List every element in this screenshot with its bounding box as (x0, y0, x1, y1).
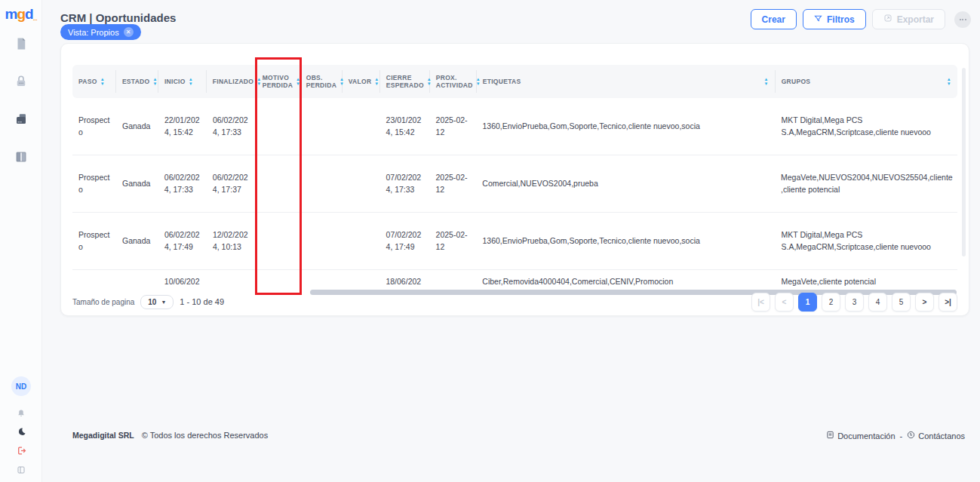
cell-paso: Prospecto (72, 115, 116, 139)
sort-icon[interactable]: ▲▼ (100, 77, 105, 86)
cell-etiquetas: 1360,EnvioPrueba,Gom,Soporte,Tecnico,cli… (476, 121, 775, 133)
sort-icon[interactable]: ▲▼ (152, 77, 157, 86)
collapse-sidebar-button[interactable] (14, 464, 28, 477)
page-footer: Megadigital SRL © Todos los derechos Res… (42, 431, 980, 441)
view-filter-chip[interactable]: Vista: Propios ✕ (60, 24, 141, 40)
file-icon (14, 37, 28, 54)
table-header-row: PASO ▲▼ ESTADO ▲▼ INICIO ▲▼ FINALIZADO ▲… (72, 65, 957, 98)
table-row[interactable]: Prospecto Ganada 06/02/2024, 17:33 06/02… (72, 155, 957, 213)
page-button-3[interactable]: 3 (845, 293, 864, 312)
sidebar-bottom: ND (0, 376, 42, 477)
cell-inicio: 06/02/2024, 17:33 (158, 172, 207, 196)
sidebar-item-library[interactable] (12, 149, 30, 167)
copyright-text: © Todos los derechos Reservados (142, 431, 269, 441)
cell-prox-actividad: 2025-02-12 (430, 115, 477, 139)
page-title: CRM | Oportunidades (60, 11, 176, 24)
sort-icon[interactable]: ▲▼ (763, 77, 768, 86)
sidebar-item-documents[interactable] (12, 36, 30, 54)
document-icon (826, 431, 834, 441)
cell-inicio: 06/02/2024, 17:49 (158, 229, 207, 253)
sidebar-nav (0, 36, 42, 167)
bell-icon (17, 407, 26, 421)
contact-icon (907, 431, 915, 441)
cell-cierre-esperado: 23/01/2024, 15:42 (380, 115, 430, 139)
column-header-grupos[interactable]: GRUPOS ▲▼ (776, 70, 957, 93)
column-header-paso[interactable]: PASO ▲▼ (72, 70, 116, 93)
dark-mode-toggle[interactable] (14, 426, 28, 440)
table-row[interactable]: Prospecto Ganada 22/01/2024, 15:42 06/02… (72, 98, 957, 155)
page-button-2[interactable]: 2 (822, 293, 840, 312)
cell-paso (72, 270, 116, 276)
page-button-4[interactable]: 4 (868, 293, 887, 312)
column-header-obs-perdida[interactable]: OBS. PERDIDA ▲▼ (300, 70, 343, 93)
top-bar: CRM | Oportunidades Crear Filtros Export… (42, 0, 980, 35)
page-button-1[interactable]: 1 (798, 293, 817, 312)
header-actions: Crear Filtros Exportar (751, 9, 971, 29)
logo-dots: ... (33, 16, 38, 21)
pagination-range: 1 - 10 de 49 (180, 297, 224, 306)
column-header-cierre-esperado[interactable]: CIERRE ESPERADO ▲▼ (380, 70, 430, 93)
sidebar: mgd... (0, 0, 42, 482)
sort-icon[interactable]: ▲▼ (947, 77, 951, 86)
column-header-finalizado[interactable]: FINALIZADO ▲▼ (207, 70, 257, 93)
pager-buttons: |< < 1 2 3 4 5 > >| (751, 293, 957, 312)
filtros-button[interactable]: Filtros (803, 9, 866, 29)
chevron-down-icon: ▼ (161, 299, 166, 305)
footer-separator: - (900, 431, 903, 441)
logout-button[interactable] (14, 445, 28, 459)
column-header-motivo-perdida[interactable]: MOTIVO PERDIDA ▲▼ (257, 70, 300, 93)
logout-icon (17, 445, 26, 459)
cell-motivo-perdida (257, 270, 300, 276)
funnel-icon (814, 14, 822, 25)
user-avatar[interactable]: ND (11, 376, 31, 396)
opportunities-table: PASO ▲▼ ESTADO ▲▼ INICIO ▲▼ FINALIZADO ▲… (61, 44, 969, 290)
cell-inicio: 22/01/2024, 15:42 (158, 115, 207, 139)
cell-valor (343, 270, 380, 276)
moon-icon (17, 426, 26, 440)
settings-button[interactable] (954, 11, 971, 28)
first-page-button[interactable]: |< (751, 293, 770, 312)
cell-paso: Prospecto (72, 172, 116, 196)
column-header-valor[interactable]: VALOR ▲▼ (343, 70, 380, 93)
prev-page-button[interactable]: < (775, 293, 794, 312)
last-page-button[interactable]: >| (939, 293, 957, 312)
page-size-label: Tamaño de pagina (72, 298, 134, 306)
crear-button[interactable]: Crear (751, 9, 797, 29)
table-row[interactable]: Prospecto Ganada 06/02/2024, 17:49 12/02… (72, 213, 957, 270)
cell-prox-actividad: 2025-02-12 (430, 229, 477, 253)
cell-paso: Prospecto (72, 229, 116, 253)
page-button-5[interactable]: 5 (892, 293, 911, 312)
column-header-estado[interactable]: ESTADO ▲▼ (116, 70, 158, 93)
contact-link[interactable]: Contáctanos (907, 431, 965, 441)
logo-letter-d: d (25, 6, 33, 22)
cell-prox-actividad: 2025-02-12 (429, 172, 476, 196)
chip-close-icon[interactable]: ✕ (124, 27, 134, 37)
sort-icon[interactable]: ▲▼ (189, 77, 193, 86)
footer-links: Documentación - Contáctanos (826, 431, 965, 441)
app-logo[interactable]: mgd... (0, 6, 42, 23)
cell-inicio: 10/06/2024, (158, 270, 207, 290)
notifications-button[interactable] (14, 407, 28, 421)
column-header-prox-actividad[interactable]: PROX. ACTIVIDAD ▲▼ (430, 70, 477, 93)
sort-icon[interactable]: ▲▼ (374, 77, 379, 86)
vertical-scrollbar[interactable] (962, 68, 966, 256)
cell-cierre-esperado: 07/02/2024, 17:49 (380, 229, 430, 253)
page-size-select[interactable]: 10 ▼ (140, 295, 174, 309)
cell-etiquetas: Comercial,NUEVOS2004,prueba (476, 178, 775, 190)
settings-icon (960, 19, 966, 20)
cell-estado: Ganada (116, 178, 158, 190)
cell-cierre-esperado: 07/02/2024, 17:33 (379, 172, 429, 196)
documentation-link[interactable]: Documentación (826, 431, 895, 441)
book-icon (14, 150, 28, 167)
sidebar-item-crm[interactable] (12, 112, 30, 130)
cell-estado (116, 270, 158, 276)
cell-obs-perdida (300, 270, 343, 276)
next-page-button[interactable]: > (915, 293, 934, 312)
table-row-partial[interactable]: 10/06/2024, 18/06/2024, Ciber,Removida40… (72, 270, 957, 290)
exportar-button[interactable]: Exportar (872, 9, 945, 29)
column-header-inicio[interactable]: INICIO ▲▼ (158, 70, 207, 93)
lock-icon (14, 75, 28, 91)
sidebar-item-security[interactable] (12, 74, 30, 92)
cell-finalizado: 12/02/2024, 10:13 (207, 229, 257, 253)
column-header-etiquetas[interactable]: ETIQUETAS ▲▼ (477, 70, 776, 93)
